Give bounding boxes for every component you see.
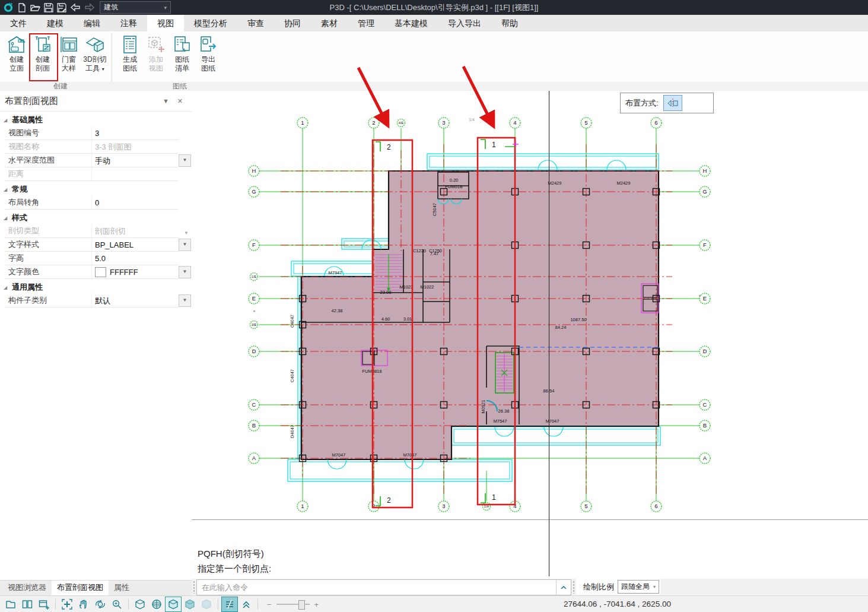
drawing-canvas[interactable]: 11224/E331/A445566HHGGFF1/EEE3/EDDCCBBAA… (192, 91, 868, 519)
zoom-out-icon[interactable]: − (267, 600, 272, 609)
ribbon-button-创建剖面[interactable]: 创建剖面 (30, 33, 56, 73)
dropdown-button[interactable]: ▼ (179, 266, 191, 278)
command-collapse-button[interactable] (556, 580, 571, 595)
svg-text:1: 1 (492, 141, 496, 149)
menu-tab-建模[interactable]: 建模 (37, 15, 74, 31)
color-swatch[interactable] (95, 267, 106, 277)
toolbar-separator (128, 599, 129, 610)
panel-collapse-icon[interactable]: ▼ (158, 97, 173, 104)
wireframe-icon[interactable] (132, 597, 148, 612)
gensheet-icon (117, 34, 143, 55)
dropdown-button[interactable]: ▼ (179, 239, 191, 251)
zoom-extents-icon[interactable] (59, 597, 75, 612)
flip-icon (666, 98, 679, 109)
flip-layout-button[interactable] (663, 95, 682, 111)
zoom-in-icon[interactable]: + (314, 600, 319, 609)
panel-tab-布置剖面视图[interactable]: 布置剖面视图 (52, 581, 109, 595)
collapse-triangle-icon: ◢ (4, 215, 12, 221)
logo-icon (4, 2, 14, 12)
svg-text:C5047: C5047 (432, 203, 437, 216)
dropdown-button[interactable]: ▼ (179, 154, 191, 167)
property-value-布局转角[interactable]: 0 (92, 196, 179, 209)
ribbon-button-生成图纸[interactable]: 生成图纸 (117, 33, 143, 73)
zoom-slider-handle[interactable] (298, 600, 305, 610)
hidden-line-icon[interactable] (148, 597, 165, 612)
menu-tab-管理[interactable]: 管理 (348, 15, 384, 31)
property-value-文字颜色[interactable]: FFFFFF▼ (92, 265, 179, 278)
panel-tab-视图浏览器[interactable]: 视图浏览器 (2, 581, 52, 595)
menu-tab-协同[interactable]: 协同 (274, 15, 311, 31)
property-value-文字样式[interactable]: BP_LABEL▼ (92, 238, 179, 251)
menu-tab-注释[interactable]: 注释 (110, 15, 147, 31)
new-file-icon[interactable] (17, 3, 27, 12)
property-group-header[interactable]: ◢基础属性 (0, 113, 192, 126)
pan-icon[interactable] (75, 597, 92, 612)
command-input[interactable] (197, 580, 556, 595)
workspace-value: 建筑 (104, 2, 118, 12)
property-group-header[interactable]: ◢常规 (0, 183, 192, 196)
menu-tab-模型分析[interactable]: 模型分析 (184, 15, 237, 31)
panel-close-icon[interactable]: ✕ (173, 97, 187, 105)
property-group-header[interactable]: ◢样式 (0, 211, 192, 224)
svg-text:M2429: M2429 (617, 180, 631, 186)
dropdown-button[interactable]: ▼ (179, 294, 191, 307)
ribbon-button-label: 图纸清单 (169, 55, 195, 73)
svg-text:M7947: M7947 (329, 270, 342, 275)
property-row-视图名称: 视图名称3-3 剖面图 (5, 140, 179, 154)
new-view-window-icon[interactable] (2, 597, 19, 612)
ribbon-button-3D剖切工具[interactable]: 3D剖切工具 ▾ (82, 33, 108, 74)
ribbon-button-图纸清单[interactable]: 图纸清单 (169, 33, 195, 73)
ribbon-button-导出图纸[interactable]: 导出图纸 (195, 33, 221, 73)
property-row-构件子类别: 构件子类别默认▼ (5, 294, 179, 307)
menu-tab-编辑[interactable]: 编辑 (74, 15, 110, 31)
svg-text:4: 4 (513, 119, 516, 126)
ribbon-group-label: 创建 (4, 82, 117, 90)
draw-scale-dropdown[interactable]: 跟随全局 ▾ (618, 580, 659, 594)
svg-text:A: A (252, 455, 256, 461)
property-value-字高[interactable]: 5.0 (92, 252, 179, 265)
ribbon-button-创建立面[interactable]: 创建立面 (4, 33, 30, 73)
workspace-dropdown[interactable]: 建筑 ▾ (100, 1, 171, 14)
redo-icon[interactable] (84, 3, 95, 12)
drag-handle[interactable] (573, 581, 575, 594)
collapse-triangle-icon: ◢ (4, 118, 12, 123)
panel-tab-属性[interactable]: 属性 (109, 581, 135, 595)
open-file-icon[interactable] (30, 3, 40, 12)
zoom-icon[interactable] (109, 597, 125, 612)
shaded-with-edges-icon[interactable] (165, 597, 182, 612)
menu-tab-帮助[interactable]: 帮助 (491, 15, 528, 31)
toolbar-separator (257, 599, 258, 610)
new-window-icon[interactable] (36, 597, 52, 612)
shaded-icon[interactable] (182, 597, 198, 612)
save-icon[interactable] (44, 3, 53, 12)
property-value-视图编号[interactable]: 3 (92, 126, 179, 139)
tile-windows-icon[interactable] (19, 597, 36, 612)
svg-text:42.38: 42.38 (332, 308, 343, 313)
orbit-icon[interactable] (92, 597, 109, 612)
drag-handle[interactable] (193, 581, 195, 594)
svg-text:A: A (703, 455, 707, 461)
menu-tab-视图[interactable]: 视图 (147, 15, 184, 31)
undo-icon[interactable] (70, 3, 81, 12)
collapse-toolbar-icon[interactable] (238, 597, 255, 612)
property-row-水平深度范围: 水平深度范围手动▼ (5, 154, 179, 167)
menu-tab-素材[interactable]: 素材 (311, 15, 348, 31)
menu-tab-文件[interactable]: 文件 (0, 15, 37, 31)
display-settings-icon[interactable] (221, 597, 238, 612)
ribbon-group-bar: 创建图纸 (0, 82, 868, 91)
property-value-构件子类别[interactable]: 默认▼ (92, 294, 179, 307)
menu-tab-审查[interactable]: 审查 (237, 15, 274, 31)
property-row-文字颜色: 文字颜色FFFFFF▼ (5, 265, 179, 279)
property-value-text: 默认 (95, 294, 110, 307)
save-as-icon[interactable] (57, 3, 66, 12)
menu-tab-基本建模[interactable]: 基本建模 (384, 15, 438, 31)
ribbon-button-门窗大样[interactable]: 门窗大样 (56, 33, 82, 73)
menu-tab-导入导出[interactable]: 导入导出 (438, 15, 491, 31)
property-value-水平深度范围[interactable]: 手动▼ (92, 154, 179, 167)
property-label: 视图名称 (5, 140, 92, 153)
realistic-icon[interactable] (198, 597, 215, 612)
zoom-slider-track[interactable] (276, 604, 310, 605)
menu-bar: 文件建模编辑注释视图模型分析审查协同素材管理基本建模导入导出帮助 (0, 15, 868, 31)
zoom-slider[interactable]: − + (267, 600, 319, 609)
property-group-header[interactable]: ◢通用属性 (0, 281, 192, 294)
